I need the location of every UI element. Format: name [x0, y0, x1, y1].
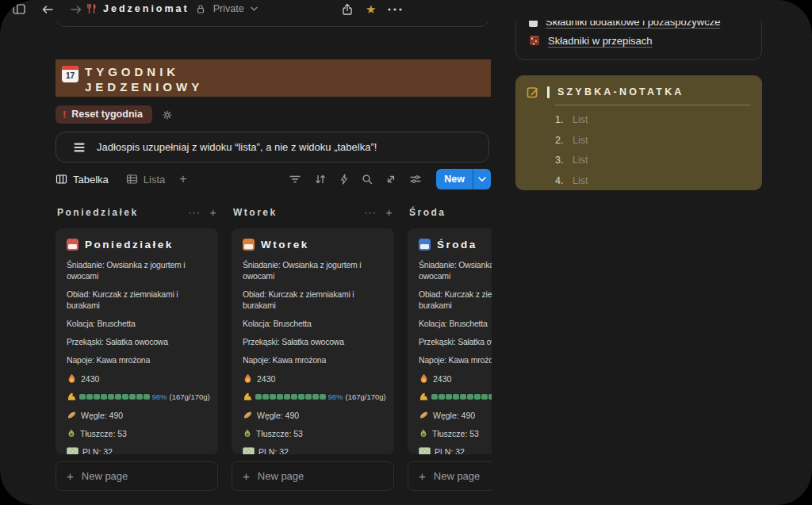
protein-percent: 98%	[328, 392, 343, 401]
new-page-button[interactable]: + New page	[56, 461, 218, 491]
chevron-down-icon	[478, 177, 486, 182]
top-actions: ★	[341, 3, 402, 16]
note-item-number: 2.	[555, 135, 566, 146]
column-title[interactable]: Poniedziałek	[57, 207, 139, 218]
meal-line: Śniadanie: Owsianka z jogurtem i owocami	[243, 260, 385, 282]
note-list-item[interactable]: 2. List	[555, 135, 751, 146]
note-list-item[interactable]: 4. List	[555, 175, 751, 186]
view-switcher: Tabelka Lista + New	[56, 168, 491, 190]
meal-list: Śniadanie: Owsianka z jogurtem i owocami…	[419, 260, 492, 366]
carbs-value: Węgle: 490	[257, 411, 299, 420]
tab-tabelka[interactable]: Tabelka	[56, 174, 109, 186]
note-list-item[interactable]: 1. List	[555, 114, 751, 125]
protein-percent: 98%	[152, 392, 167, 401]
card-title: Wtorek	[261, 239, 309, 251]
new-page-button[interactable]: + New page	[408, 461, 492, 491]
price-row: PLN: 32	[243, 446, 385, 454]
tab-lista[interactable]: Lista	[126, 174, 165, 186]
note-item-number: 4.	[555, 175, 566, 186]
protein-block	[144, 394, 150, 400]
lock-icon	[196, 4, 205, 14]
avocado-icon	[243, 428, 252, 438]
back-arrow-icon[interactable]	[41, 5, 54, 14]
day-card[interactable]: Wtorek Śniadanie: Owsianka z jogurtem i …	[232, 228, 394, 454]
more-icon[interactable]	[388, 8, 402, 11]
protein-block	[453, 394, 459, 400]
flame-icon	[243, 373, 253, 384]
add-view-button[interactable]: +	[179, 173, 186, 186]
column-add-icon[interactable]: +	[385, 208, 393, 217]
page-link-label: Składniki w przepisach	[548, 35, 653, 47]
column-more-icon[interactable]: ···	[188, 209, 201, 216]
new-page-button[interactable]: + New page	[232, 461, 394, 491]
filter-icon[interactable]	[289, 174, 301, 185]
sliders-icon[interactable]	[409, 174, 422, 185]
breadcrumb[interactable]: Jedzeniomat Private	[86, 3, 258, 14]
quick-note-callout[interactable]: SZYBKA-NOTATKA 1. List 2. List 3. List 4…	[515, 75, 762, 190]
calories-value: 2430	[81, 374, 99, 384]
column-title[interactable]: Wtorek	[233, 207, 278, 218]
column-more-icon[interactable]: ···	[364, 209, 377, 216]
share-icon[interactable]	[341, 3, 354, 16]
fats-row: Tłuszcze: 53	[67, 428, 209, 439]
page-link-ingredients-recipes[interactable]: Składniki w przepisach	[529, 31, 749, 50]
sort-icon[interactable]	[314, 174, 327, 185]
meal-line: Napoje: Kawa mrożona	[419, 355, 492, 366]
fats-row: Tłuszcze: 53	[243, 428, 385, 439]
calories-row: 2430	[243, 373, 385, 384]
search-icon[interactable]	[362, 174, 373, 185]
note-list-item[interactable]: 3. List	[555, 155, 751, 166]
carbs-row: Węgle: 490	[419, 410, 492, 421]
protein-block	[284, 394, 290, 400]
meal-line: Kolacja: Bruschetta	[67, 319, 209, 330]
new-page-label: New page	[258, 470, 304, 482]
callout-text: Jadłospis uzupełniaj z widoku “lista”, a…	[97, 141, 377, 153]
expand-icon[interactable]	[385, 174, 396, 185]
protein-block	[262, 394, 269, 400]
reset-week-button[interactable]: ! Reset tygodnia	[56, 105, 152, 124]
meal-line: Napoje: Kawa mrożona	[67, 355, 209, 366]
fats-value: Tłuszcze: 53	[432, 429, 479, 438]
reset-row: ! Reset tygodnia	[56, 105, 173, 124]
meal-line: Przekąski: Sałatka owocowa	[243, 337, 385, 348]
sidebar-toggle-icon[interactable]	[13, 4, 25, 14]
quick-note-header: SZYBKA-NOTATKA	[527, 85, 751, 99]
column-actions: ··· +	[364, 208, 393, 217]
note-item-label: List	[573, 155, 588, 166]
calories-row: 2430	[67, 373, 209, 384]
board-column: Środa ··· + Środa Śniadanie: Owsianka z …	[408, 206, 492, 505]
note-divider	[555, 105, 751, 105]
muscle-icon	[419, 392, 429, 402]
price-value: PLN: 32	[435, 447, 465, 454]
new-page-label: New page	[434, 470, 481, 482]
chevron-down-icon[interactable]	[251, 6, 258, 11]
instruction-callout[interactable]: Jadłospis uzupełniaj z widoku “lista”, a…	[56, 132, 489, 163]
column-add-icon[interactable]: +	[209, 208, 216, 217]
board-column: Poniedziałek ··· + Poniedziałek Śniadani…	[56, 206, 218, 505]
column-title[interactable]: Środa	[409, 207, 446, 218]
exclamation-icon: !	[63, 109, 66, 120]
meal-line: Śniadanie: Owsianka z jogurtem i owocami	[419, 260, 492, 282]
forward-arrow-icon[interactable]	[70, 5, 82, 14]
calendar-icon	[419, 239, 431, 251]
meal-list: Śniadanie: Owsianka z jogurtem i owocami…	[67, 260, 209, 366]
muscle-icon	[243, 392, 253, 402]
bolt-icon[interactable]	[339, 174, 349, 185]
table-view-icon	[126, 174, 138, 185]
day-card[interactable]: Środa Śniadanie: Owsianka z jogurtem i o…	[408, 228, 492, 454]
protein-block	[270, 394, 276, 400]
new-dropdown-button[interactable]	[473, 169, 491, 189]
money-icon	[67, 447, 79, 454]
bread-icon	[67, 410, 77, 420]
star-icon[interactable]: ★	[366, 3, 376, 16]
app-window: Składniki dodatkowe i pozaspożywcze Skła…	[0, 0, 812, 505]
meal-line: Obiad: Kurczak z ziemniakami i burakami	[243, 289, 385, 312]
column-actions: ··· +	[188, 208, 216, 217]
memo-icon	[527, 86, 539, 98]
new-button[interactable]: New	[436, 169, 491, 189]
price-value: PLN: 32	[82, 447, 113, 454]
flame-icon	[67, 373, 77, 384]
day-card[interactable]: Poniedziałek Śniadanie: Owsianka z jogur…	[56, 228, 218, 454]
gear-icon[interactable]	[162, 109, 173, 121]
nav-left	[13, 4, 82, 14]
